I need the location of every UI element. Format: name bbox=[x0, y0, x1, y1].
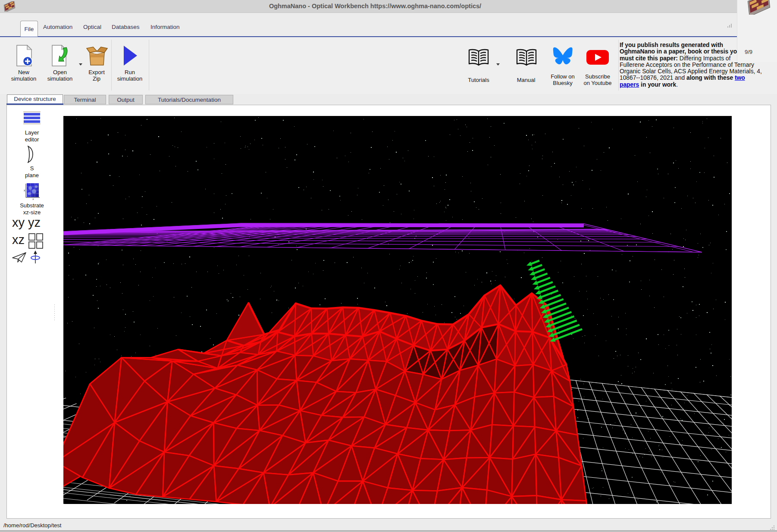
svg-text:z: z bbox=[32, 198, 34, 200]
svg-text:x: x bbox=[24, 189, 25, 192]
